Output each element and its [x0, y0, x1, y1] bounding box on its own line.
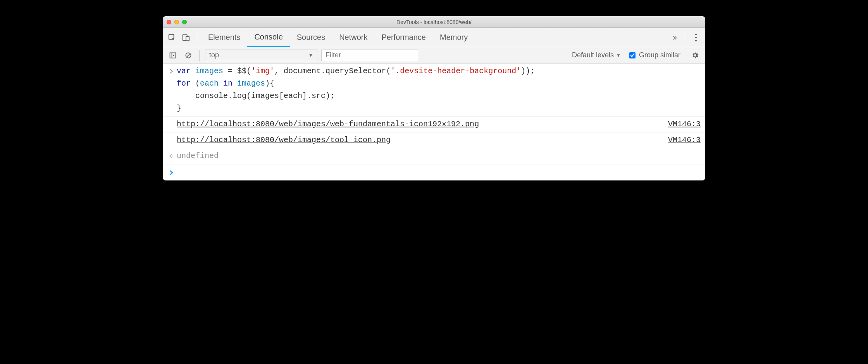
window-title: DevTools - localhost:8080/web/: [163, 19, 705, 25]
kebab-menu-icon[interactable]: [689, 31, 703, 45]
tab-network[interactable]: Network: [332, 28, 374, 47]
separator: [685, 32, 685, 43]
log-message-link[interactable]: http://localhost:8080/web/images/web-fun…: [177, 118, 668, 130]
return-marker-icon: [166, 150, 177, 163]
group-similar-toggle[interactable]: Group similar: [628, 51, 680, 60]
tab-label: Memory: [440, 33, 468, 42]
svg-rect-2: [186, 36, 189, 41]
tab-label: Console: [254, 33, 282, 41]
console-body: var images = $$('img', document.querySel…: [163, 64, 705, 180]
zoom-window-button[interactable]: [182, 20, 187, 24]
console-log-row: http://localhost:8080/web/images/web-fun…: [163, 117, 705, 132]
chevron-right-icon: »: [673, 33, 677, 42]
console-code[interactable]: var images = $$('img', document.querySel…: [177, 65, 701, 115]
log-body: http://localhost:8080/web/images/web-fun…: [177, 118, 701, 130]
prompt-icon: [166, 167, 177, 179]
group-similar-label: Group similar: [639, 51, 680, 59]
devtools-window: DevTools - localhost:8080/web/ Elements …: [163, 16, 705, 180]
tab-sources[interactable]: Sources: [290, 28, 332, 47]
separator: [197, 32, 197, 43]
context-label: top: [209, 51, 219, 59]
tab-console[interactable]: Console: [247, 28, 289, 47]
show-console-sidebar-icon[interactable]: [166, 48, 180, 62]
console-toolbar: top ▼ Default levels ▼ Group similar: [163, 47, 705, 64]
svg-point-5: [695, 40, 697, 41]
input-prompt-icon: [166, 65, 177, 115]
close-window-button[interactable]: [167, 20, 171, 24]
levels-label: Default levels: [572, 51, 614, 59]
console-settings-icon[interactable]: [688, 48, 702, 62]
dropdown-triangle-icon: ▼: [308, 53, 313, 58]
svg-point-4: [695, 37, 697, 38]
svg-point-3: [695, 34, 697, 35]
execution-context-selector[interactable]: top ▼: [205, 50, 317, 61]
tabs-overflow-button[interactable]: »: [669, 33, 681, 42]
tab-strip: Elements Console Sources Network Perform…: [163, 28, 705, 47]
dropdown-triangle-icon: ▼: [616, 53, 621, 58]
console-input[interactable]: [177, 167, 701, 179]
traffic-lights: [167, 20, 187, 24]
tab-label: Elements: [208, 33, 240, 42]
titlebar: DevTools - localhost:8080/web/: [163, 16, 705, 28]
tab-label: Network: [339, 33, 367, 42]
device-toolbar-icon[interactable]: [179, 31, 193, 45]
tab-label: Performance: [382, 33, 426, 42]
console-return-row: undefined: [163, 148, 705, 165]
filter-input[interactable]: [321, 50, 418, 61]
tab-elements[interactable]: Elements: [201, 28, 247, 47]
tab-memory[interactable]: Memory: [433, 28, 475, 47]
separator: [199, 50, 200, 61]
log-source-link[interactable]: VM146:3: [668, 134, 701, 146]
console-log-row: http://localhost:8080/web/images/tool_ic…: [163, 132, 705, 148]
group-similar-checkbox[interactable]: [629, 52, 636, 58]
minimize-window-button[interactable]: [174, 20, 179, 24]
svg-rect-6: [170, 53, 176, 58]
console-prompt-row[interactable]: [163, 165, 705, 180]
log-body: http://localhost:8080/web/images/tool_ic…: [177, 134, 701, 146]
tab-performance[interactable]: Performance: [375, 28, 433, 47]
console-input-row: var images = $$('img', document.querySel…: [163, 64, 705, 117]
log-levels-selector[interactable]: Default levels ▼: [572, 51, 621, 59]
return-value: undefined: [177, 150, 701, 163]
log-source-link[interactable]: VM146:3: [668, 118, 701, 130]
svg-point-10: [172, 156, 173, 157]
svg-line-9: [187, 53, 190, 57]
tab-label: Sources: [297, 33, 325, 42]
clear-console-icon[interactable]: [181, 48, 195, 62]
log-message-link[interactable]: http://localhost:8080/web/images/tool_ic…: [177, 134, 668, 146]
inspect-element-icon[interactable]: [165, 31, 179, 45]
